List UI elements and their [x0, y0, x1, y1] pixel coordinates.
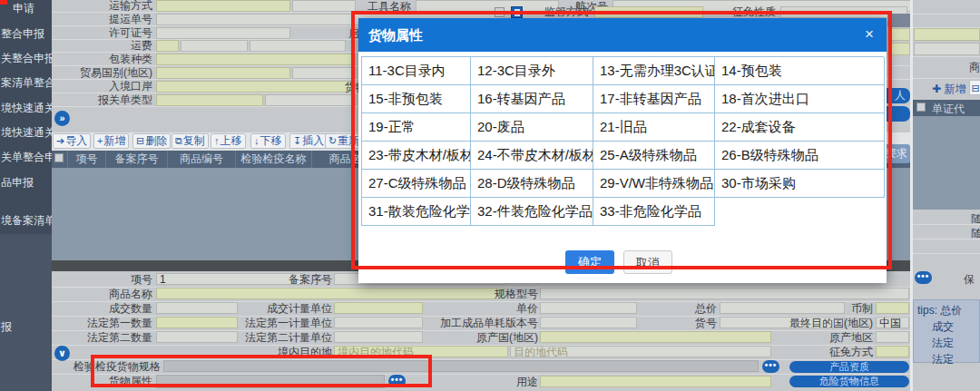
goods-name-label: 商品名称 [52, 288, 152, 301]
legal-qty1-label: 法定第一数量 [52, 317, 152, 330]
qty-unit-field[interactable] [334, 302, 423, 314]
expand-right-icon[interactable]: » [54, 111, 70, 126]
rp-more-icon[interactable]: ••• [915, 271, 932, 284]
sidebar-item-report[interactable]: 报 [1, 319, 52, 335]
import-button[interactable]: ➔导入 [53, 133, 91, 149]
rp-field-2[interactable] [914, 43, 980, 55]
annotation-corner [0, 0, 7, 5]
package-type-field[interactable] [156, 54, 356, 65]
origin-country-field[interactable] [540, 331, 771, 343]
entry-port-field[interactable] [156, 81, 354, 93]
sidebar-lower-bg [0, 234, 52, 391]
unit-price-field[interactable] [540, 302, 637, 314]
rp-select-all-checkbox[interactable] [916, 103, 926, 112]
legal-qty1-field[interactable] [156, 317, 238, 328]
qty-label: 成交数量 [52, 302, 152, 316]
record-seq-label: 备案序号 [231, 273, 332, 287]
qty-field[interactable] [156, 302, 238, 314]
trade-country-label: 贸易国别(地区) [52, 66, 152, 80]
sidebar-item-product-declare[interactable]: 品申报 [1, 175, 52, 191]
legal-unit1-field[interactable] [334, 317, 423, 328]
freight-label: 运费 [52, 39, 152, 53]
dangerous-goods-info-button[interactable]: 危险货物信息 [789, 376, 909, 387]
sidebar: 申请 整合申报 关整合申报 案清单整合 境快速通关 境快速通关 关单整合申报 品… [0, 0, 52, 391]
license-no-field[interactable] [156, 27, 290, 39]
freight-field-3[interactable] [250, 40, 346, 52]
arrow-down-icon: ↓ [254, 135, 260, 146]
legal-qty2-field[interactable] [156, 331, 238, 343]
arrow-up-icon: ↑ [214, 135, 220, 146]
declaration-type-field2[interactable] [265, 94, 356, 106]
sidebar-item-cross-border-2[interactable]: 境快速通关 [1, 125, 52, 141]
item-no-label: 项号 [52, 273, 152, 287]
currency-field[interactable] [876, 302, 909, 314]
add-button[interactable]: +新增 [93, 133, 129, 149]
legal-unit2-label: 法定第二计量单位 [231, 331, 332, 345]
tips-line-1: tips: 总价 [917, 303, 962, 318]
ciq-spec-more-icon[interactable]: ••• [762, 360, 779, 373]
copy-button[interactable]: ⧉复制 [172, 133, 209, 149]
sidebar-item-cross-border-record[interactable]: 境备案清单 [1, 213, 52, 229]
rp-field-1[interactable] [914, 28, 980, 41]
add-icon: ✚ [932, 83, 944, 95]
rp-tips-box: tips: 总价 成交 法定 法定 [913, 299, 980, 363]
move-down-button[interactable]: ↓下移 [250, 133, 286, 149]
collapse-down-icon[interactable]: ∨ [54, 346, 70, 361]
currency-label: 币制 [809, 302, 873, 316]
product-qualification-button[interactable]: 产品资质 [789, 361, 909, 373]
origin-country-label: 原产国(地区) [454, 331, 538, 345]
consumption-label: 加工成品单耗版本号 [426, 317, 538, 330]
sidebar-item-integrated-declare[interactable]: 整合申报 [1, 26, 52, 42]
levy-mode-label: 征免方式 [809, 346, 873, 359]
package-type-label: 包装种类 [52, 53, 152, 66]
insert-icon: ↧ [293, 135, 301, 146]
spec-model-field[interactable] [540, 288, 909, 299]
freight-field-2[interactable] [181, 40, 248, 52]
freight-field-1[interactable] [156, 40, 179, 52]
spec-model-label: 规格型号 [454, 288, 538, 301]
items-select-all-checkbox[interactable] [54, 153, 64, 162]
dest-code-field[interactable]: 目的地代码 [510, 346, 771, 357]
import-icon: ➔ [56, 135, 64, 146]
rp-bao-label: 保 [964, 272, 975, 288]
origin-area-field[interactable] [876, 331, 909, 343]
declaration-type-field[interactable] [156, 94, 263, 106]
move-up-button[interactable]: ↑上移 [211, 133, 246, 149]
rp-table-body[interactable] [913, 116, 980, 210]
rp-delete-button[interactable]: ⊟ [969, 80, 980, 95]
license-no-label: 许可证号 [52, 26, 152, 40]
qty-unit-label: 成交计量单位 [231, 302, 332, 316]
col-ciq-name: 检验检疫名称 [236, 151, 312, 168]
trade-country-field[interactable] [156, 67, 290, 79]
legal-unit2-field[interactable] [334, 331, 423, 343]
col-record-seq: 备案序号 [106, 151, 168, 168]
consumption-field[interactable] [540, 317, 637, 328]
sidebar-item-cross-border-1[interactable]: 境快速通关 [1, 101, 52, 116]
rp-attach-label-2: 随 [971, 226, 980, 241]
add-icon: + [97, 135, 103, 146]
tips-line-2: 成交 [932, 319, 954, 335]
rp-attach-label-1: 随 [971, 211, 980, 227]
delete-button[interactable]: ⊟删除 [132, 133, 171, 149]
rp-section-label: 商 [969, 60, 980, 75]
sidebar-item-declaration-integrated[interactable]: 关单整合申报 [1, 150, 52, 165]
origin-area-label: 原产地区 [809, 331, 873, 345]
usage-field[interactable] [540, 376, 771, 387]
entry-port-label: 入境口岸 [52, 80, 152, 93]
goods-name-field[interactable] [156, 288, 505, 299]
levy-mode-field[interactable] [876, 346, 909, 357]
transport-mode-field[interactable] [156, 0, 290, 12]
total-price-label: 总价 [653, 302, 717, 316]
tips-line-3: 法定 [932, 336, 954, 351]
insert-button[interactable]: ↧插入 [289, 133, 328, 149]
trade-country-field2[interactable] [292, 67, 356, 79]
final-dest-label: 最终目的国(地区) [771, 317, 873, 330]
usage-label: 用途 [475, 376, 538, 389]
rp-add-button[interactable]: ✚ 新增 [932, 82, 965, 97]
sidebar-item-record-list[interactable]: 案清单整合 [1, 75, 52, 91]
unit-price-label: 单价 [454, 302, 538, 316]
final-dest-field[interactable]: 中国 [876, 317, 909, 328]
sidebar-item-apply[interactable]: 申请 [13, 1, 52, 16]
sidebar-item-customs-integrated[interactable]: 关整合申报 [1, 51, 52, 66]
trash-icon: ⊟ [136, 135, 144, 146]
